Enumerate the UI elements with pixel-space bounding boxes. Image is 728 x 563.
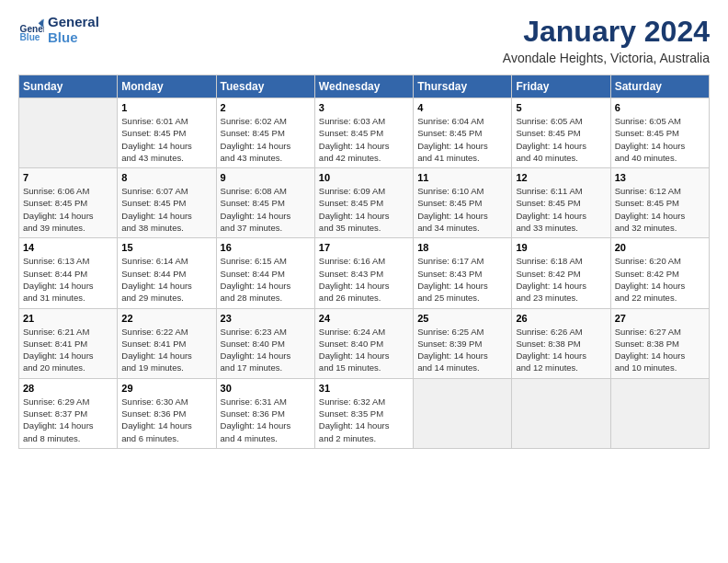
day-info: Sunrise: 6:11 AM Sunset: 8:45 PM Dayligh… <box>516 185 606 234</box>
subtitle: Avondale Heights, Victoria, Australia <box>503 51 710 65</box>
day-number: 16 <box>221 242 311 253</box>
calendar-cell: 21Sunrise: 6:21 AM Sunset: 8:41 PM Dayli… <box>19 308 118 378</box>
day-info: Sunrise: 6:09 AM Sunset: 8:45 PM Dayligh… <box>319 185 409 234</box>
calendar-cell: 29Sunrise: 6:30 AM Sunset: 8:36 PM Dayli… <box>118 378 216 448</box>
day-number: 8 <box>121 172 211 183</box>
day-number: 28 <box>23 383 113 394</box>
calendar-cell: 15Sunrise: 6:14 AM Sunset: 8:44 PM Dayli… <box>118 238 216 308</box>
calendar-cell: 19Sunrise: 6:18 AM Sunset: 8:42 PM Dayli… <box>512 238 610 308</box>
page: General Blue General Blue January 2024 A… <box>0 0 728 460</box>
calendar-cell: 6Sunrise: 6:05 AM Sunset: 8:45 PM Daylig… <box>610 98 709 168</box>
day-number: 22 <box>121 313 211 324</box>
day-info: Sunrise: 6:04 AM Sunset: 8:45 PM Dayligh… <box>417 115 507 164</box>
calendar-cell: 24Sunrise: 6:24 AM Sunset: 8:40 PM Dayli… <box>314 308 413 378</box>
day-number: 7 <box>23 172 113 183</box>
day-number: 6 <box>615 102 705 113</box>
calendar-cell: 4Sunrise: 6:04 AM Sunset: 8:45 PM Daylig… <box>414 98 512 168</box>
calendar-table: Sunday Monday Tuesday Wednesday Thursday… <box>18 75 710 449</box>
day-info: Sunrise: 6:14 AM Sunset: 8:44 PM Dayligh… <box>121 255 211 304</box>
calendar-cell: 7Sunrise: 6:06 AM Sunset: 8:45 PM Daylig… <box>19 168 118 238</box>
day-number: 30 <box>221 383 311 394</box>
main-title: January 2024 <box>503 15 710 49</box>
day-info: Sunrise: 6:23 AM Sunset: 8:40 PM Dayligh… <box>221 326 311 374</box>
calendar-cell: 25Sunrise: 6:25 AM Sunset: 8:39 PM Dayli… <box>414 308 512 378</box>
day-info: Sunrise: 6:30 AM Sunset: 8:36 PM Dayligh… <box>121 396 211 444</box>
calendar-cell: 13Sunrise: 6:12 AM Sunset: 8:45 PM Dayli… <box>610 168 709 238</box>
col-friday: Friday <box>512 75 610 98</box>
calendar-cell: 1Sunrise: 6:01 AM Sunset: 8:45 PM Daylig… <box>118 98 216 168</box>
col-monday: Monday <box>118 75 216 98</box>
calendar-cell: 8Sunrise: 6:07 AM Sunset: 8:45 PM Daylig… <box>118 168 216 238</box>
col-saturday: Saturday <box>610 75 709 98</box>
calendar-cell: 18Sunrise: 6:17 AM Sunset: 8:43 PM Dayli… <box>414 238 512 308</box>
day-info: Sunrise: 6:20 AM Sunset: 8:42 PM Dayligh… <box>615 255 705 304</box>
week-row-2: 7Sunrise: 6:06 AM Sunset: 8:45 PM Daylig… <box>19 168 710 238</box>
calendar-cell <box>19 98 118 168</box>
day-number: 10 <box>319 172 409 183</box>
day-info: Sunrise: 6:18 AM Sunset: 8:42 PM Dayligh… <box>516 255 606 304</box>
calendar-cell: 28Sunrise: 6:29 AM Sunset: 8:37 PM Dayli… <box>19 378 118 448</box>
calendar-cell: 14Sunrise: 6:13 AM Sunset: 8:44 PM Dayli… <box>19 238 118 308</box>
day-number: 4 <box>417 102 507 113</box>
day-info: Sunrise: 6:10 AM Sunset: 8:45 PM Dayligh… <box>417 185 507 234</box>
week-row-5: 28Sunrise: 6:29 AM Sunset: 8:37 PM Dayli… <box>19 378 710 448</box>
calendar-cell: 11Sunrise: 6:10 AM Sunset: 8:45 PM Dayli… <box>414 168 512 238</box>
col-wednesday: Wednesday <box>314 75 413 98</box>
calendar-cell: 26Sunrise: 6:26 AM Sunset: 8:38 PM Dayli… <box>512 308 610 378</box>
day-info: Sunrise: 6:15 AM Sunset: 8:44 PM Dayligh… <box>221 255 311 304</box>
day-info: Sunrise: 6:08 AM Sunset: 8:45 PM Dayligh… <box>221 185 311 234</box>
calendar-cell: 27Sunrise: 6:27 AM Sunset: 8:38 PM Dayli… <box>610 308 709 378</box>
calendar-cell: 3Sunrise: 6:03 AM Sunset: 8:45 PM Daylig… <box>314 98 413 168</box>
day-number: 9 <box>221 172 311 183</box>
day-number: 21 <box>23 313 113 324</box>
day-number: 2 <box>221 102 311 113</box>
day-number: 25 <box>417 313 507 324</box>
day-info: Sunrise: 6:21 AM Sunset: 8:41 PM Dayligh… <box>23 326 113 374</box>
calendar-cell: 10Sunrise: 6:09 AM Sunset: 8:45 PM Dayli… <box>314 168 413 238</box>
day-number: 29 <box>121 383 211 394</box>
day-number: 26 <box>516 313 606 324</box>
day-info: Sunrise: 6:29 AM Sunset: 8:37 PM Dayligh… <box>23 396 113 444</box>
day-info: Sunrise: 6:05 AM Sunset: 8:45 PM Dayligh… <box>516 115 606 164</box>
day-info: Sunrise: 6:22 AM Sunset: 8:41 PM Dayligh… <box>121 326 211 374</box>
day-number: 24 <box>319 313 409 324</box>
title-block: January 2024 Avondale Heights, Victoria,… <box>503 15 710 65</box>
calendar-cell <box>512 378 610 448</box>
day-info: Sunrise: 6:13 AM Sunset: 8:44 PM Dayligh… <box>23 255 113 304</box>
day-number: 14 <box>23 242 113 253</box>
day-info: Sunrise: 6:01 AM Sunset: 8:45 PM Dayligh… <box>121 115 211 164</box>
calendar-cell: 22Sunrise: 6:22 AM Sunset: 8:41 PM Dayli… <box>118 308 216 378</box>
day-info: Sunrise: 6:32 AM Sunset: 8:35 PM Dayligh… <box>319 396 409 444</box>
day-info: Sunrise: 6:27 AM Sunset: 8:38 PM Dayligh… <box>615 326 705 374</box>
calendar-cell <box>414 378 512 448</box>
calendar-cell: 23Sunrise: 6:23 AM Sunset: 8:40 PM Dayli… <box>216 308 314 378</box>
day-info: Sunrise: 6:24 AM Sunset: 8:40 PM Dayligh… <box>319 326 409 374</box>
calendar-cell: 12Sunrise: 6:11 AM Sunset: 8:45 PM Dayli… <box>512 168 610 238</box>
svg-text:Blue: Blue <box>20 31 40 41</box>
calendar-cell: 31Sunrise: 6:32 AM Sunset: 8:35 PM Dayli… <box>314 378 413 448</box>
day-info: Sunrise: 6:12 AM Sunset: 8:45 PM Dayligh… <box>615 185 705 234</box>
day-number: 17 <box>319 242 409 253</box>
day-info: Sunrise: 6:17 AM Sunset: 8:43 PM Dayligh… <box>417 255 507 304</box>
calendar-cell: 9Sunrise: 6:08 AM Sunset: 8:45 PM Daylig… <box>216 168 314 238</box>
day-number: 20 <box>615 242 705 253</box>
logo-icon: General Blue <box>18 17 44 43</box>
calendar-cell: 16Sunrise: 6:15 AM Sunset: 8:44 PM Dayli… <box>216 238 314 308</box>
day-info: Sunrise: 6:16 AM Sunset: 8:43 PM Dayligh… <box>319 255 409 304</box>
calendar-cell: 17Sunrise: 6:16 AM Sunset: 8:43 PM Dayli… <box>314 238 413 308</box>
calendar-cell <box>610 378 709 448</box>
day-number: 23 <box>221 313 311 324</box>
day-info: Sunrise: 6:25 AM Sunset: 8:39 PM Dayligh… <box>417 326 507 374</box>
calendar-cell: 20Sunrise: 6:20 AM Sunset: 8:42 PM Dayli… <box>610 238 709 308</box>
calendar-cell: 30Sunrise: 6:31 AM Sunset: 8:36 PM Dayli… <box>216 378 314 448</box>
col-thursday: Thursday <box>414 75 512 98</box>
day-info: Sunrise: 6:07 AM Sunset: 8:45 PM Dayligh… <box>121 185 211 234</box>
day-info: Sunrise: 6:05 AM Sunset: 8:45 PM Dayligh… <box>615 115 705 164</box>
day-number: 11 <box>417 172 507 183</box>
day-number: 15 <box>121 242 211 253</box>
col-tuesday: Tuesday <box>216 75 314 98</box>
week-row-3: 14Sunrise: 6:13 AM Sunset: 8:44 PM Dayli… <box>19 238 710 308</box>
calendar-cell: 2Sunrise: 6:02 AM Sunset: 8:45 PM Daylig… <box>216 98 314 168</box>
day-info: Sunrise: 6:31 AM Sunset: 8:36 PM Dayligh… <box>221 396 311 444</box>
day-number: 5 <box>516 102 606 113</box>
